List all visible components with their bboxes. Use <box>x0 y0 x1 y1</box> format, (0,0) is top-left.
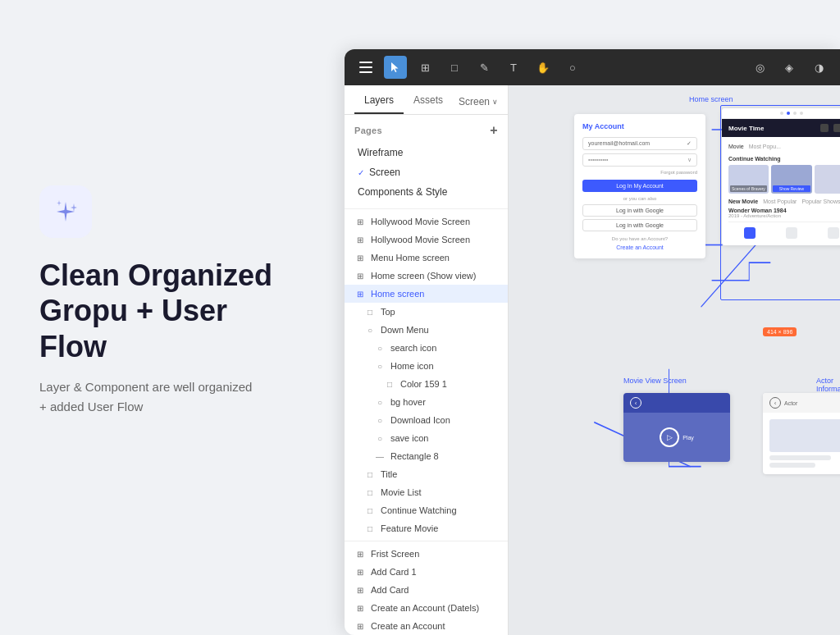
svg-rect-0 <box>359 62 372 63</box>
hand-tool-icon[interactable]: ✋ <box>532 56 555 79</box>
layer-movie-list[interactable]: □ Movie List <box>345 483 508 501</box>
frame-tool-icon[interactable]: ⊞ <box>413 56 436 79</box>
svg-rect-1 <box>359 66 372 68</box>
actor-back-button[interactable]: ‹ <box>769 397 781 409</box>
layer-color[interactable]: □ Color 159 1 <box>345 375 508 393</box>
layer-rectangle8[interactable]: — Rectangle 8 <box>345 447 508 465</box>
rect-tool-icon[interactable]: □ <box>443 56 466 79</box>
tab-layers[interactable]: Layers <box>354 88 404 114</box>
layer-bg-hover[interactable]: ○ bg hover <box>345 393 508 411</box>
no-account-text: Do you have an Account? <box>582 236 697 241</box>
movie-time-label: Movie Time <box>728 125 764 132</box>
login-title: My Account <box>582 122 697 130</box>
google-login-btn1[interactable]: Log in with Google <box>582 204 697 217</box>
screen-home-active[interactable]: ⊞ Home screen <box>345 285 508 303</box>
hero-section: Clean Organized Gropu + User Flow Layer … <box>39 0 285 635</box>
show-review-btn[interactable]: Show Review <box>773 185 810 192</box>
layer-home-icon[interactable]: ○ Home icon <box>345 357 508 375</box>
forgot-password-link[interactable]: Forgot password <box>582 170 697 175</box>
screen-home-show[interactable]: ⊞ Home screen (Show view) <box>345 267 508 285</box>
sparkle-icon <box>39 185 92 238</box>
nav-search-icon[interactable] <box>786 227 797 239</box>
design-tool-window: ⊞ □ ✎ T ✋ ○ ◎ ◈ ◑ Layers Assets Screen ∨… <box>345 49 840 635</box>
play-label: Play <box>682 435 694 441</box>
screen-add-card1[interactable]: ⊞ Add Card 1 <box>345 563 508 581</box>
canvas-label-home: Home screen <box>689 95 733 103</box>
panel-tabs: Layers Assets Screen ∨ <box>345 85 508 115</box>
layer-down-menu[interactable]: ○ Down Menu <box>345 321 508 339</box>
screen-hollywood1[interactable]: ⊞ Hollywood Movie Screen <box>345 212 508 231</box>
layer-feature-movie[interactable]: □ Feature Movie <box>345 519 508 537</box>
menu-icon[interactable] <box>354 56 377 79</box>
scenes-of-bravery: Scenes of Bravery <box>730 185 767 192</box>
prototype-icon[interactable]: ◈ <box>778 56 801 79</box>
or-text: or you can also <box>582 196 697 201</box>
movie-meta: 2019 - Adventure/Action <box>728 213 840 218</box>
login-button[interactable]: Log In My Account <box>582 180 697 192</box>
pen-tool-icon[interactable]: ✎ <box>472 56 495 79</box>
nav-home-icon[interactable] <box>744 227 756 239</box>
login-frame: My Account youremail@hotmail.com ✓ •••••… <box>574 114 705 258</box>
toolbar: ⊞ □ ✎ T ✋ ○ ◎ ◈ ◑ <box>345 49 840 85</box>
screen-create-account-datels[interactable]: ⊞ Create an Account (Datels) <box>345 599 508 617</box>
toolbar-right: ◎ ◈ ◑ <box>748 56 830 79</box>
comment-tool-icon[interactable]: ○ <box>561 56 584 79</box>
play-button-circle[interactable]: ▷ <box>660 427 679 447</box>
share-icon[interactable]: ◎ <box>748 56 771 79</box>
actor-frame: ‹ Actor <box>763 393 840 474</box>
tab-assets[interactable]: Assets <box>404 88 453 114</box>
layer-download-icon[interactable]: ○ Download Icon <box>345 411 508 429</box>
left-panel: Layers Assets Screen ∨ Pages + Wireframe… <box>345 85 509 635</box>
tab-screen[interactable]: Screen ∨ <box>459 96 498 114</box>
google-login-btn2[interactable]: Log in with Google <box>582 219 697 231</box>
add-page-button[interactable]: + <box>490 123 498 138</box>
canvas-label-movie-view: Movie View Screen <box>623 377 687 385</box>
theme-icon[interactable]: ◑ <box>807 56 830 79</box>
screen-add-card[interactable]: ⊞ Add Card <box>345 581 508 599</box>
password-field[interactable]: •••••••••• ∨ <box>582 153 697 167</box>
layer-save-icon[interactable]: ○ save icon <box>345 429 508 447</box>
email-field[interactable]: youremail@hotmail.com ✓ <box>582 137 697 150</box>
page-item-components[interactable]: Components & Style <box>345 182 508 202</box>
movie-view-frame: ‹ ▷ Play <box>623 393 730 462</box>
dimension-badge: 414 × 896 <box>763 327 797 336</box>
create-account-link[interactable]: Create an Account <box>582 244 697 250</box>
screen-hollywood2[interactable]: ⊞ Hollywood Movie Screen <box>345 231 508 249</box>
hero-subtitle: Layer & Component are well organized + a… <box>39 377 253 417</box>
continue-watching-label: Continue Watching <box>728 156 840 162</box>
wonder-woman-title: Wonder Woman 1984 <box>728 208 840 213</box>
home-screen-frame: Movie Time Movie Most Popu... Continue W… <box>722 108 840 245</box>
text-tool-icon[interactable]: T <box>502 56 525 79</box>
layer-title[interactable]: □ Title <box>345 465 508 483</box>
back-button[interactable]: ‹ <box>630 397 641 409</box>
screen-create-account[interactable]: ⊞ Create an Account <box>345 617 508 635</box>
pages-list: Wireframe ✓ Screen Components & Style <box>345 143 508 205</box>
svg-rect-2 <box>359 71 372 73</box>
layer-continue-watching[interactable]: □ Continue Watching <box>345 501 508 519</box>
canvas-area[interactable]: Home screen Home screen (Sho... My Accou… <box>509 85 840 635</box>
screen-frist[interactable]: ⊞ Frist Screen <box>345 545 508 563</box>
cursor-icon[interactable] <box>384 56 407 79</box>
screen-menu-home[interactable]: ⊞ Menu Home screen <box>345 249 508 267</box>
hero-title: Clean Organized Gropu + User Flow <box>39 258 285 364</box>
page-item-wireframe[interactable]: Wireframe <box>345 143 508 162</box>
pages-section-header: Pages + <box>345 115 508 143</box>
nav-profile-icon[interactable] <box>828 227 839 239</box>
layer-search-icon[interactable]: ○ search icon <box>345 339 508 357</box>
page-item-screen[interactable]: ✓ Screen <box>345 162 508 182</box>
layer-top[interactable]: □ Top <box>345 303 508 321</box>
